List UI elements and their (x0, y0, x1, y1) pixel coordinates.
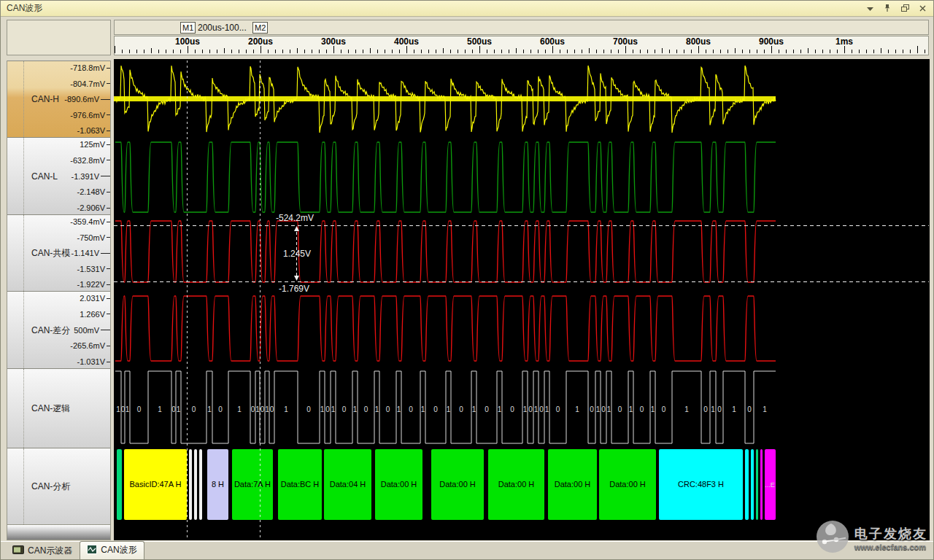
scale-label-row: -1.031V (77, 357, 110, 366)
can-differential-trace (115, 296, 776, 361)
scale-tick (107, 268, 110, 269)
svg-text:600us: 600us (540, 36, 565, 47)
window-title: CAN波形 (7, 2, 42, 15)
logic-bit-label: 1 (158, 405, 162, 413)
scale-tick (107, 314, 110, 314)
decode-block-3[interactable] (194, 449, 197, 520)
logic-bit-label: 1 (375, 405, 379, 413)
app-window: CAN波形 M1 200us-100... M2 100us200us300us… (0, 0, 934, 560)
channel-row-0[interactable]: CAN-H-718.8mV-804.7mV-890.6mV-976.6mV-1.… (7, 61, 110, 137)
channel-scale: 125mV-632.8mV-1.391V-2.148V-2.906V (70, 140, 110, 212)
scale-tick (107, 362, 110, 362)
channel-tree-connector (23, 448, 24, 524)
logic-bit-label: 1 (607, 405, 611, 413)
logic-bit-label: 0 (325, 405, 330, 413)
decode-block-17[interactable] (756, 449, 758, 520)
logic-bit-label: 0 (171, 405, 176, 413)
scale-tick (107, 192, 110, 192)
scale-label-row: -1.922V (77, 280, 110, 289)
measurement-overlay: -524.2mV1.245V-1.769V (114, 213, 929, 294)
logic-bit-label: 0 (433, 405, 438, 413)
channel-row-2[interactable]: CAN-共模-359.4mV-750mV-1.141V-1.531V-1.922… (7, 214, 110, 291)
decode-block-4[interactable] (199, 449, 202, 520)
logic-bit-label: 1 (331, 405, 336, 413)
scale-value: 1.266V (80, 310, 105, 319)
logic-bit-label: 0 (364, 405, 368, 413)
scale-label-row: -750mV (77, 233, 110, 242)
scale-label-row: -632.8mV (70, 156, 110, 165)
restore-icon[interactable] (900, 4, 910, 14)
scale-value: -718.8mV (70, 63, 105, 72)
tab-0[interactable]: CAN示波器 (5, 542, 80, 560)
decode-block-15[interactable] (745, 449, 749, 520)
time-ruler-scale: 100us200us300us400us500us600us700us800us… (115, 36, 928, 55)
scale-tick (107, 144, 110, 145)
scale-value: -632.8mV (70, 156, 105, 165)
scale-tick (101, 330, 110, 330)
logic-bit-label: 1 (421, 405, 425, 413)
logic-bit-label: 1 (177, 405, 181, 413)
can-l-trace (115, 142, 776, 212)
logic-bit-label: 1 (472, 405, 476, 413)
scale-label-row: -1.141V (71, 249, 110, 257)
waveform-plot-area[interactable]: 1010101010101010101010101010101010101010… (114, 59, 930, 540)
scale-value: 125mV (80, 140, 105, 149)
can-commonmode-trace (115, 221, 776, 282)
scale-label-row: -359.4mV (70, 217, 110, 226)
scale-label-row: -2.148V (77, 187, 110, 196)
scale-tick (107, 237, 110, 238)
svg-text:900us: 900us (759, 36, 784, 47)
decode-block-label: Data:00 H (381, 480, 417, 489)
scale-value: 2.031V (80, 294, 105, 303)
logic-bit-label: 1 (651, 405, 655, 413)
chevron-down-icon[interactable] (865, 4, 875, 14)
channel-row-4[interactable]: CAN-逻辑 (7, 368, 110, 448)
channel-name: CAN-差分 (31, 324, 70, 336)
channel-tree-connector (23, 292, 24, 368)
channel-row-1[interactable]: CAN-L125mV-632.8mV-1.391V-2.148V-2.906V (7, 137, 110, 214)
channel-scale: -718.8mV-804.7mV-890.6mV-976.6mV-1.063V (64, 63, 110, 135)
decode-block-0[interactable] (117, 449, 122, 520)
channel-row-5[interactable]: CAN-分析 (7, 448, 110, 524)
decode-block-label: Data:7A H (234, 480, 271, 489)
logic-bit-label: 1 (320, 405, 325, 413)
logic-bit-label: 1 (116, 405, 120, 413)
decode-trailer-label: ...E (765, 481, 775, 489)
scale-tick (107, 160, 110, 160)
scale-label-row: -890.6mV (64, 95, 110, 104)
time-ruler[interactable]: 100us200us300us400us500us600us700us800us… (114, 36, 929, 55)
pin-icon[interactable] (882, 4, 892, 14)
logic-bit-label: 1 (763, 405, 767, 413)
scale-tick (107, 346, 110, 346)
tab-1[interactable]: CAN波形 (80, 541, 144, 560)
channel-sidebar: CAN-H-718.8mV-804.7mV-890.6mV-976.6mV-1.… (7, 61, 111, 524)
logic-bit-label: 0 (342, 405, 347, 413)
decode-block-16[interactable] (751, 449, 754, 520)
can-h-trace (114, 66, 776, 133)
logic-bit-label: 0 (539, 405, 544, 413)
logic-bit-label: 1 (732, 405, 736, 413)
channel-panel-header (7, 20, 111, 55)
channel-tree-connector (23, 215, 24, 291)
scale-tick (107, 208, 110, 209)
close-icon[interactable] (917, 4, 927, 14)
scale-label-row: 125mV (80, 140, 110, 149)
logic-bit-label: 1 (684, 405, 689, 413)
logic-bit-label: 1 (397, 405, 401, 413)
decode-block-18[interactable] (760, 449, 763, 520)
decode-block-label: Data:00 H (498, 480, 535, 489)
scale-value: -890.6mV (64, 95, 99, 104)
scale-tick (101, 99, 110, 100)
scale-value: -1.531V (77, 265, 105, 273)
scale-label-row: -265.6mV (70, 341, 110, 350)
channel-row-3[interactable]: CAN-差分2.031V1.266V500mV-265.6mV-1.031V (7, 291, 110, 368)
decode-block-label: Data:00 H (555, 480, 591, 489)
scale-value: -804.7mV (70, 79, 105, 88)
scale-value: -976.6mV (70, 111, 105, 120)
decode-block-2[interactable] (189, 449, 192, 520)
scale-tick (107, 222, 110, 222)
logic-bit-label: 0 (717, 405, 722, 413)
logic-bit-label: 1 (575, 405, 579, 413)
scale-tick (107, 68, 110, 69)
waveform-icon (87, 545, 97, 556)
